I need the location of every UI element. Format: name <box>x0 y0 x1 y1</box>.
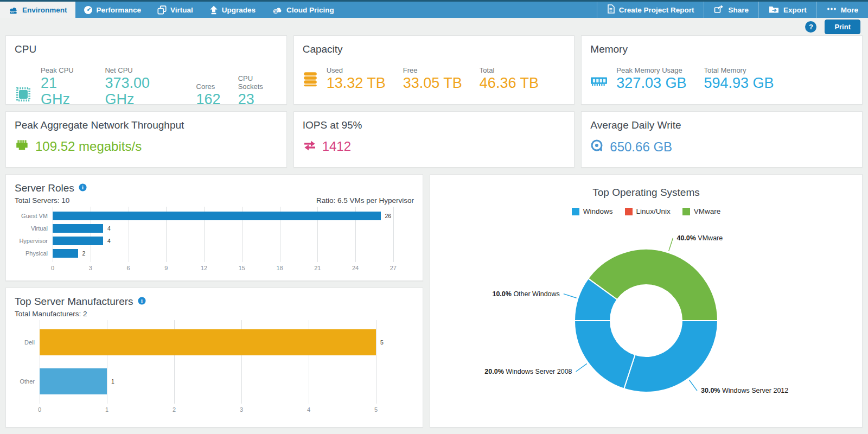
tab-virtual[interactable]: Virtual <box>149 2 201 18</box>
memory-card: Memory Peak Memory Usage 327.03 GB Total… <box>581 35 863 105</box>
stat-label: Peak Memory Usage <box>616 66 686 74</box>
bar-virtual[interactable] <box>53 224 103 233</box>
bar-guest-vm[interactable] <box>53 212 381 220</box>
stat-value: 46.36 TB <box>480 75 539 92</box>
svg-text:i: i <box>82 184 84 190</box>
stat-peak-cpu: Peak CPU 21 GHz <box>41 66 87 107</box>
x-tick-label: 12 <box>201 265 207 271</box>
card-title: CPU <box>15 43 278 55</box>
export-button[interactable]: Export <box>758 2 816 18</box>
capacity-card: Capacity Used 13.32 TB Free 33.05 TB Tot… <box>293 35 575 105</box>
stat-value: 594.93 GB <box>704 75 774 92</box>
disc-write-icon <box>590 139 604 155</box>
card-title: Peak Aggregate Network Throughput <box>15 119 278 131</box>
stat-total-memory: Total Memory 594.93 GB <box>704 66 774 92</box>
bar-hypervisor[interactable] <box>53 237 103 245</box>
stat-label: Total <box>480 66 539 74</box>
tab-label: Performance <box>97 6 142 14</box>
x-tick-label: 24 <box>352 265 359 271</box>
metric-value: 650.66 GB <box>610 139 672 155</box>
stat-used: Used 13.32 TB <box>327 66 386 92</box>
stat-value: 162 <box>196 92 221 108</box>
info-icon[interactable]: i <box>79 183 87 194</box>
stat-value: 21 GHz <box>41 75 87 107</box>
label-connector <box>576 363 587 372</box>
x-tick-label: 3 <box>89 265 92 271</box>
stat-value: 33.05 TB <box>403 75 462 92</box>
print-button[interactable]: Print <box>825 20 860 34</box>
bar-physical[interactable] <box>53 249 78 258</box>
category-label: Virtual <box>15 225 53 232</box>
x-tick-label: 0 <box>51 265 54 271</box>
donut-slice-windows-server-2012[interactable] <box>624 321 718 392</box>
ratio-label: Ratio: 6.5 VMs per Hypervisor <box>316 196 414 205</box>
server-roles-card: Server Roles i Total Servers: 10 Ratio: … <box>5 174 423 281</box>
bar-value-label: 4 <box>107 225 111 232</box>
stat-value: 373.00 GHz <box>105 75 178 107</box>
bar-dell[interactable] <box>40 329 376 355</box>
svg-text:i: i <box>141 298 143 304</box>
stat-value: 13.32 TB <box>327 75 386 92</box>
bar-row: Guest VM26 <box>53 209 414 222</box>
category-label: Guest VM <box>15 213 53 219</box>
total-servers-label: Total Servers: 10 <box>15 196 69 205</box>
card-title: Average Daily Write <box>590 119 853 131</box>
chart-title: Top Operating Systems <box>439 187 853 199</box>
create-project-report-button[interactable]: Create Project Report <box>597 2 704 18</box>
ellipsis-icon <box>827 4 837 15</box>
legend-swatch <box>625 208 633 215</box>
legend-item-vmware[interactable]: VMware <box>682 207 721 215</box>
x-tick-label: 15 <box>239 265 245 271</box>
bar-row: Virtual4 <box>53 222 414 234</box>
folder-export-icon <box>769 5 779 15</box>
cpu-chip-icon <box>15 86 32 105</box>
tab-cloud-pricing[interactable]: $ Cloud Pricing <box>264 2 342 18</box>
slice-label: 20.0% Windows Server 2008 <box>484 368 572 375</box>
card-title: Capacity <box>303 43 566 55</box>
bar-row: Physical2 <box>53 247 414 259</box>
category-label: Physical <box>15 250 53 257</box>
tab-label: Virtual <box>170 6 193 14</box>
network-throughput-card: Peak Aggregate Network Throughput 109.52… <box>5 111 287 168</box>
legend-label: VMware <box>694 207 721 215</box>
cpu-card: CPU Peak CPU 21 GHz Net CPU 373.00 GHz C… <box>5 35 287 105</box>
database-icon <box>303 71 318 90</box>
x-tick-label: 27 <box>390 265 397 271</box>
top-navigation-bar: Environment Performance Virtual Upgrades… <box>0 0 868 18</box>
bar-other[interactable] <box>40 368 107 394</box>
help-icon[interactable]: ? <box>805 21 816 33</box>
donut-slice-windows-server-2008[interactable] <box>575 321 635 389</box>
report-document-icon <box>607 4 615 15</box>
stat-label: Free <box>403 66 462 74</box>
tab-upgrades[interactable]: Upgrades <box>201 2 264 18</box>
svg-text:$: $ <box>274 8 277 14</box>
tab-label: Environment <box>22 6 67 14</box>
stat-cpu-sockets: CPU Sockets 23 <box>238 74 278 108</box>
tab-performance[interactable]: Performance <box>75 2 150 18</box>
nav-tabs: Environment Performance Virtual Upgrades… <box>0 2 342 18</box>
legend-item-windows[interactable]: Windows <box>572 207 613 215</box>
category-label: Hypervisor <box>15 238 53 244</box>
arrow-up-icon <box>209 5 218 15</box>
share-button[interactable]: Share <box>704 2 758 18</box>
virtual-machines-icon <box>157 5 167 15</box>
more-button[interactable]: More <box>816 2 868 18</box>
legend-label: Linux/Unix <box>636 207 671 215</box>
nav-action-label: Export <box>783 6 807 14</box>
x-tick-label: 4 <box>307 406 310 413</box>
legend-item-linux-unix[interactable]: Linux/Unix <box>625 207 671 215</box>
info-icon[interactable]: i <box>138 297 146 307</box>
tab-environment[interactable]: Environment <box>0 2 75 18</box>
stat-value: 23 <box>238 92 278 108</box>
metric-value: 109.52 megabits/s <box>35 139 142 154</box>
bar-row: Dell5 <box>40 323 414 362</box>
x-tick-label: 5 <box>374 406 378 413</box>
stat-value: 327.03 GB <box>616 75 686 92</box>
donut-legend: WindowsLinux/UnixVMware <box>439 207 853 215</box>
cloud-server-icon <box>8 5 18 15</box>
stat-label: Cores <box>196 82 221 91</box>
operating-systems-donut-chart: 40.0% VMware30.0% Windows Server 201220.… <box>439 216 853 424</box>
bar-value-label: 4 <box>107 238 111 244</box>
x-tick-label: 1 <box>105 406 108 413</box>
slice-label: 40.0% VMware <box>676 234 723 242</box>
